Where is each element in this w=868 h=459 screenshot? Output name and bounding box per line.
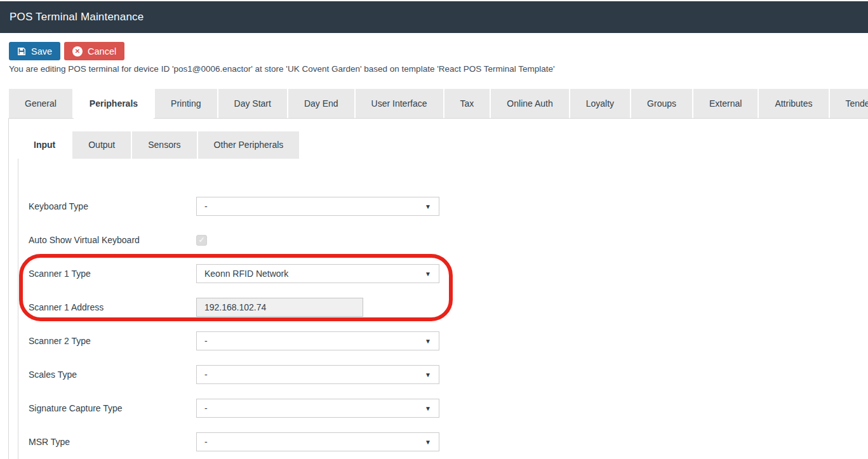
- save-button[interactable]: Save: [9, 42, 60, 60]
- keyboard-type-label: Keyboard Type: [29, 201, 196, 211]
- tab-user-interface[interactable]: User Interface: [356, 89, 443, 118]
- signature-capture-type-select[interactable]: - ▼: [196, 399, 439, 418]
- caret-down-icon: ▼: [425, 338, 431, 345]
- tab-day-end[interactable]: Day End: [288, 89, 354, 118]
- form-row: Signature Capture Type - ▼: [29, 399, 868, 418]
- auto-show-virtual-keyboard-checkbox: ✓: [196, 235, 207, 246]
- peripherals-tab-panel: Input Output Sensors Other Peripherals K…: [8, 118, 868, 459]
- page-title: POS Terminal Maintenance: [10, 11, 144, 23]
- signature-capture-type-label: Signature Capture Type: [29, 403, 196, 413]
- caret-down-icon: ▼: [425, 203, 431, 210]
- tab-groups[interactable]: Groups: [631, 89, 692, 118]
- subtab-sensors[interactable]: Sensors: [132, 131, 196, 159]
- cancel-icon: ✕: [72, 46, 83, 57]
- form-row: Scanner 1 Type Keonn RFID Network ▼: [29, 264, 868, 283]
- keyboard-type-select[interactable]: - ▼: [196, 197, 439, 216]
- page-header: POS Terminal Maintenance: [0, 1, 868, 33]
- msr-type-select[interactable]: - ▼: [196, 432, 439, 451]
- form-row: MSR Type - ▼: [29, 432, 868, 451]
- form-row: Scales Type - ▼: [29, 365, 868, 384]
- tab-tax[interactable]: Tax: [444, 89, 490, 118]
- main-tab-bar: General Peripherals Printing Day Start D…: [9, 89, 868, 119]
- tab-peripherals[interactable]: Peripherals: [74, 89, 154, 119]
- form-row: Keyboard Type - ▼: [29, 197, 868, 216]
- cancel-button-label: Cancel: [88, 46, 116, 57]
- scanner1-type-label: Scanner 1 Type: [29, 269, 196, 279]
- scales-type-value: -: [204, 369, 208, 380]
- caret-down-icon: ▼: [425, 270, 431, 277]
- editing-info-text: You are editing POS terminal for device …: [9, 64, 555, 74]
- scanner1-address-field[interactable]: [196, 298, 363, 317]
- tab-tendering[interactable]: Tendering: [830, 89, 868, 118]
- msr-type-label: MSR Type: [29, 437, 196, 447]
- tab-day-start[interactable]: Day Start: [218, 89, 287, 118]
- toolbar: Save ✕ Cancel: [9, 42, 124, 60]
- scanner1-type-select[interactable]: Keonn RFID Network ▼: [196, 264, 439, 283]
- scanner2-type-label: Scanner 2 Type: [29, 336, 196, 346]
- tab-attributes[interactable]: Attributes: [759, 89, 828, 118]
- subtab-other-peripherals[interactable]: Other Peripherals: [198, 131, 300, 159]
- scanner1-type-value: Keonn RFID Network: [204, 269, 288, 279]
- save-icon: [17, 47, 26, 56]
- cancel-button[interactable]: ✕ Cancel: [64, 42, 124, 60]
- caret-down-icon: ▼: [425, 371, 431, 378]
- input-subtab-panel: Keyboard Type - ▼ Auto Show Virtual Keyb…: [18, 159, 868, 459]
- msr-type-value: -: [204, 437, 208, 447]
- tab-printing[interactable]: Printing: [155, 89, 217, 118]
- scanner2-type-value: -: [204, 336, 208, 346]
- scanner2-type-select[interactable]: - ▼: [196, 331, 439, 350]
- save-button-label: Save: [31, 46, 52, 57]
- peripherals-subtab-bar: Input Output Sensors Other Peripherals: [18, 131, 868, 159]
- form-row: Scanner 1 Address: [29, 298, 868, 317]
- scanner1-address-label: Scanner 1 Address: [29, 302, 196, 312]
- auto-show-virtual-keyboard-label: Auto Show Virtual Keyboard: [29, 235, 196, 245]
- keyboard-type-value: -: [204, 201, 208, 211]
- subtab-output[interactable]: Output: [72, 131, 131, 159]
- form-row: Auto Show Virtual Keyboard ✓: [29, 230, 868, 249]
- pos-terminal-maintenance-page: POS Terminal Maintenance Save ✕ Cancel Y…: [0, 0, 868, 459]
- form-row: Scanner 2 Type - ▼: [29, 331, 868, 350]
- check-icon: ✓: [198, 236, 204, 244]
- tab-general[interactable]: General: [9, 89, 72, 118]
- scales-type-label: Scales Type: [29, 369, 196, 380]
- caret-down-icon: ▼: [425, 439, 431, 446]
- tab-loyalty[interactable]: Loyalty: [570, 89, 630, 118]
- signature-capture-type-value: -: [204, 403, 208, 413]
- subtab-input[interactable]: Input: [18, 131, 71, 159]
- scales-type-select[interactable]: - ▼: [196, 365, 439, 384]
- tab-external[interactable]: External: [693, 89, 758, 118]
- caret-down-icon: ▼: [425, 405, 431, 412]
- tab-online-auth[interactable]: Online Auth: [491, 89, 568, 118]
